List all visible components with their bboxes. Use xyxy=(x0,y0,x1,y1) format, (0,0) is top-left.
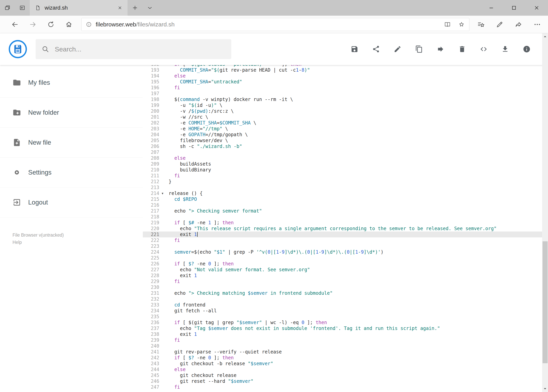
save-button[interactable] xyxy=(350,45,359,53)
code-line[interactable]: 225 xyxy=(143,255,548,261)
code-line[interactable]: 237 echo "Tag $semver does not exist in … xyxy=(143,325,548,331)
favorites-hub-button[interactable] xyxy=(477,21,485,28)
page-scrollbar[interactable] xyxy=(542,33,548,392)
site-info-icon[interactable] xyxy=(86,21,92,28)
code-line[interactable]: 214▾release () { xyxy=(143,190,548,196)
code-line[interactable]: 226 if [ $? -ne 0 ]; then xyxy=(143,261,548,267)
code-line[interactable]: 232 xyxy=(143,296,548,302)
code-line[interactable]: 235 xyxy=(143,314,548,320)
code-line[interactable]: 216 xyxy=(143,202,548,208)
code-line[interactable]: 196 fi xyxy=(143,85,548,91)
scroll-down-arrow[interactable] xyxy=(542,385,548,392)
code-line[interactable]: 206 sh -c "./wizard.sh -b" xyxy=(143,143,548,149)
scrollbar-thumb[interactable] xyxy=(542,241,548,363)
tab-preview-button[interactable] xyxy=(0,0,15,16)
raw-code-button[interactable] xyxy=(479,45,488,53)
code-line[interactable]: 240 xyxy=(143,343,548,349)
code-line[interactable]: 244 else xyxy=(143,367,548,372)
code-line[interactable]: 230 xyxy=(143,284,548,290)
code-line[interactable]: 229 fi xyxy=(143,279,548,284)
info-button[interactable] xyxy=(523,45,531,53)
tab-close-icon[interactable] xyxy=(117,5,123,10)
code-line[interactable]: 227 echo "Not valid semver format. See s… xyxy=(143,267,548,273)
browser-tab-wizard-sh[interactable]: wizard.sh xyxy=(30,0,128,16)
tab-preview-chevron[interactable] xyxy=(142,0,157,16)
code-line[interactable]: 238 exit 1 xyxy=(143,331,548,337)
code-line[interactable]: 234 git fetch --all xyxy=(143,308,548,314)
code-line[interactable]: 236 if [ $(git tag | grep "$semver" | wc… xyxy=(143,320,548,325)
code-line[interactable]: 195 COMMIT_SHA="untracked" xyxy=(143,79,548,85)
code-line[interactable]: 199 -u "$(id -u)" \ xyxy=(143,102,548,108)
move-button[interactable] xyxy=(437,45,445,53)
code-line[interactable]: 203 -e HOME="//tmp" \ xyxy=(143,126,548,132)
code-line[interactable]: 198 $(command -v winpty) docker run --rm… xyxy=(143,97,548,102)
set-tabs-aside-button[interactable] xyxy=(15,0,30,16)
code-line[interactable]: 209 buildAssets xyxy=(143,161,548,167)
delete-button[interactable] xyxy=(458,45,466,53)
code-line[interactable]: 221 exit 1 xyxy=(143,231,548,237)
code-line[interactable]: 239 fi xyxy=(143,337,548,343)
code-line[interactable]: 193 COMMIT_SHA="$(git rev-parse HEAD | c… xyxy=(143,67,548,73)
minimize-button[interactable] xyxy=(480,0,503,16)
add-favorite-button[interactable] xyxy=(458,21,465,28)
code-line[interactable]: 201 -w //src \ xyxy=(143,114,548,120)
maximize-button[interactable] xyxy=(503,0,525,16)
share-file-button[interactable] xyxy=(372,45,380,53)
sidebar-item-logout[interactable]: Logout xyxy=(0,188,143,217)
code-line[interactable]: 210 buildBinary xyxy=(143,167,548,173)
code-line[interactable]: 200 -v /$(pwd):/src:z \ xyxy=(143,108,548,114)
share-button[interactable] xyxy=(515,21,522,28)
sidebar-item-new-file[interactable]: New file xyxy=(0,128,143,158)
code-line[interactable]: 233 cd frontend xyxy=(143,302,548,308)
code-line[interactable]: 242 if [ $? -ne 0 ]; then xyxy=(143,355,548,361)
code-line[interactable]: 222 fi xyxy=(143,237,548,243)
code-line[interactable]: 245 git checkout release xyxy=(143,372,548,378)
code-line[interactable]: 192 if [ "$(git status --porcelain)" = "… xyxy=(143,65,548,67)
code-line[interactable]: 218 xyxy=(143,214,548,220)
more-menu-button[interactable] xyxy=(534,21,541,28)
code-line[interactable]: 215 cd $REPO xyxy=(143,196,548,202)
code-line[interactable]: 213 xyxy=(143,185,548,190)
code-line[interactable]: 211 fi xyxy=(143,173,548,179)
code-editor[interactable]: 192 if [ "$(git status --porcelain)" = "… xyxy=(143,65,548,392)
help-link[interactable]: Help xyxy=(13,239,22,246)
fold-toggle-icon[interactable]: ▾ xyxy=(162,190,163,196)
new-tab-button[interactable] xyxy=(128,0,142,16)
code-line[interactable]: 231 echo "> Checking matching $semver in… xyxy=(143,290,548,296)
code-line[interactable]: 217 echo "> Checking semver format" xyxy=(143,208,548,214)
code-line[interactable]: 241 git rev-parse --verify --quiet relea… xyxy=(143,349,548,355)
code-line[interactable]: 220 echo "This release script requires a… xyxy=(143,226,548,231)
code-line[interactable]: 219 if [ $# -ne 1 ]; then xyxy=(143,220,548,226)
code-line[interactable]: 224 semver=$(echo "$1" | grep -P '^v(0|[… xyxy=(143,249,548,255)
home-button[interactable] xyxy=(60,17,78,32)
search-box[interactable] xyxy=(36,39,231,59)
code-line[interactable]: 223 xyxy=(143,243,548,249)
refresh-button[interactable] xyxy=(42,17,60,32)
search-input[interactable] xyxy=(54,45,225,53)
code-line[interactable]: 247 fi xyxy=(143,384,548,390)
code-line[interactable]: 208 else xyxy=(143,155,548,161)
web-note-button[interactable] xyxy=(496,21,503,28)
rename-button[interactable] xyxy=(393,45,402,53)
code-line[interactable]: 197 xyxy=(143,91,548,97)
code-line[interactable]: 194 else xyxy=(143,73,548,79)
code-line[interactable]: 204 -e GOPATH=//tmp/gopath \ xyxy=(143,132,548,138)
code-line[interactable]: 228 exit 1 xyxy=(143,273,548,279)
copy-button[interactable] xyxy=(415,45,423,53)
sidebar-item-settings[interactable]: Settings xyxy=(0,158,143,188)
sidebar-item-my-files[interactable]: My files xyxy=(0,68,143,98)
reading-view-button[interactable] xyxy=(444,21,451,28)
download-button[interactable] xyxy=(501,45,509,53)
code-line[interactable]: 205 filebrowser/dev \ xyxy=(143,138,548,143)
close-button[interactable] xyxy=(525,0,548,16)
code-line[interactable]: 212} xyxy=(143,179,548,185)
forward-button[interactable] xyxy=(24,17,42,32)
scroll-up-arrow[interactable] xyxy=(542,33,548,40)
sidebar-item-new-folder[interactable]: New folder xyxy=(0,98,143,128)
address-bar[interactable]: filebrowser.web/files/wizard.sh xyxy=(81,18,469,31)
code-line[interactable]: 202 -e COMMIT_SHA=$COMMIT_SHA \ xyxy=(143,120,548,126)
back-button[interactable] xyxy=(6,17,24,32)
code-line[interactable]: 243 git checkout -b release "$semver" xyxy=(143,361,548,367)
code-line[interactable]: 246 git reset --hard "$semver" xyxy=(143,378,548,384)
code-line[interactable]: 207 xyxy=(143,149,548,155)
